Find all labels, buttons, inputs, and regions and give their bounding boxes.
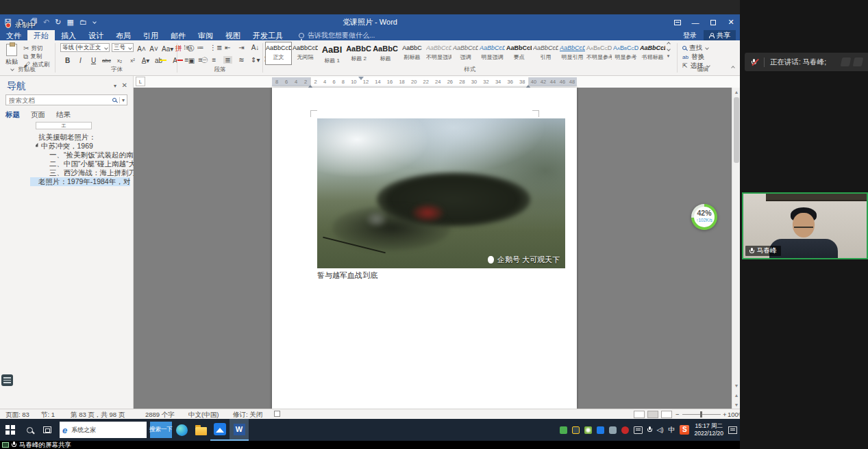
styles-up-icon[interactable] [667,42,671,46]
browser-search-input[interactable] [70,426,147,434]
tell-me-box[interactable]: 告诉我您想要做什么... [299,30,375,40]
file-explorer-icon[interactable] [191,419,210,441]
collapse-ribbon-icon[interactable] [731,61,734,73]
phone-tray-icon[interactable] [609,426,617,434]
align-left-icon[interactable]: ≡ [182,56,191,64]
nav-outline-item[interactable]: 一、“捡美剩饭”武装起的南越... [49,151,147,159]
snip-tray-icon[interactable] [572,426,580,434]
ribbon-tab[interactable]: 视图 [219,30,247,40]
align-right-icon[interactable]: ≡ [210,56,219,64]
style-item[interactable]: AaBbCcD 强调 [452,42,479,65]
ribbon-tab[interactable]: 文件 [0,30,27,40]
ime-indicator[interactable]: 中 [668,425,675,435]
first-line-indent-marker[interactable] [358,77,364,83]
styles-more-icon[interactable]: ▾ [667,53,670,59]
ribbon-display-options-icon[interactable] [669,14,686,30]
justify-icon[interactable]: ≣ [223,56,232,64]
style-item[interactable]: AaBbC 副标题 [399,42,425,65]
meeting-app-icon[interactable] [210,419,230,441]
style-item[interactable]: AaBbCcD 明显引用 [559,42,586,65]
search-icon[interactable] [112,98,116,102]
style-item[interactable]: AaBbCcD 引用 [532,42,559,65]
print-layout-icon[interactable] [647,411,658,418]
style-item[interactable]: AaBbCcD 明显强调 [479,42,506,65]
nav-outline-item[interactable]: 抗美援朝老照片： [38,133,96,142]
style-item[interactable]: AaBbCcD 书籍标题 [639,42,666,65]
scroll-thumb[interactable] [734,97,739,163]
decrease-indent-icon[interactable]: ⇤ [223,44,232,51]
zoom-in-icon[interactable]: + [723,411,727,418]
distribute-icon[interactable]: ≋ [237,56,246,64]
draw-table-icon[interactable]: ▦ [66,18,73,26]
share-button[interactable]: 共享 [704,30,736,40]
meeting-tray-icon[interactable] [597,426,604,434]
ribbon-tab[interactable]: 开发工具 [247,30,289,40]
antivirus-tray-icon[interactable] [584,426,592,434]
zoom-out-icon[interactable]: − [675,411,680,418]
line-spacing-icon[interactable]: ⇕▾ [251,56,260,64]
sort-icon[interactable]: A↓ [251,44,260,51]
strikethrough-button[interactable]: abc [102,57,111,64]
tab-selector[interactable]: L [136,77,145,86]
panel-arrow-left-icon[interactable] [841,57,852,66]
start-button[interactable] [0,419,21,441]
browser-search-box[interactable]: e [60,422,147,438]
zoom-slider-thumb[interactable] [700,411,702,418]
ribbon-tab[interactable]: 插入 [55,30,82,40]
taskbar-search-icon[interactable] [21,419,38,441]
style-item[interactable]: AaBbCcDc 无间隔 [292,42,319,65]
style-item[interactable]: AaBbCcDc 不明显参考 [586,42,612,65]
ribbon-tab[interactable]: 开始 [27,30,55,40]
nav-pane-menu-icon[interactable]: ▾ [114,83,116,89]
taskbar-clock[interactable]: 15:17 周二 2022/12/20 [694,422,723,437]
superscript-button[interactable]: x² [128,57,137,64]
change-case-icon[interactable]: Aa▾ [162,45,171,53]
styles-down-icon[interactable] [667,47,671,51]
document-photo[interactable]: 企鹅号 大可观天下 [317,118,565,268]
nav-search-input[interactable] [6,97,112,104]
minimize-button[interactable]: — [686,14,704,30]
style-item[interactable]: AaBbCcD 不明显强调 [425,42,452,65]
style-item[interactable]: AaBbC 标题 2 [345,42,372,65]
speed-ball[interactable]: 42% ↑102K/s [691,204,717,230]
text-effects-icon[interactable]: A̲▾ [141,57,150,64]
action-center-icon[interactable] [728,426,737,434]
web-layout-icon[interactable] [661,411,672,418]
nav-pane-close-icon[interactable]: ✕ [122,81,127,89]
increase-indent-icon[interactable]: ⇥ [237,44,246,51]
macro-record-icon[interactable] [274,411,280,417]
shrink-font-icon[interactable]: A˅ [149,45,158,53]
sogou-tray-icon[interactable]: S [680,425,689,435]
find-button[interactable]: 查找 [682,44,708,52]
nav-tab[interactable]: 标题 [5,110,20,120]
nav-tab[interactable]: 结果 [56,110,71,120]
document-page[interactable]: 企鹅号 大可观天下 誓与越军血战到底 [272,88,577,409]
participant-video[interactable]: 马春峰 [742,192,868,259]
numbering-icon[interactable]: ≔ [196,44,205,51]
bold-button[interactable]: B [63,57,72,64]
ribbon-tab[interactable]: 引用 [137,30,164,40]
folder-icon[interactable]: 🗀 [79,18,87,26]
close-button[interactable]: ✕ [722,14,740,30]
qat-customize-icon[interactable] [92,20,97,24]
subscript-button[interactable]: x₂ [115,57,124,64]
edge-taskbar-icon[interactable] [172,419,191,441]
undo-icon[interactable]: ↶ [43,18,49,26]
ribbon-tab[interactable]: 布局 [110,30,137,40]
nav-box-item[interactable]: 工 [36,122,92,129]
font-size-combo[interactable]: 三号 [112,43,134,52]
replace-button[interactable]: ab替换 [682,53,704,61]
style-item[interactable]: AaBbC 标题 [372,42,399,65]
search-options-icon[interactable]: ▾ [119,97,127,103]
italic-button[interactable]: I [76,57,85,64]
panel-arrow-right-icon[interactable] [853,57,864,66]
mic-tray-icon[interactable] [647,426,652,433]
redo-icon[interactable]: ↻ [55,18,61,26]
restore-button[interactable] [704,14,722,30]
underline-button[interactable]: U [89,57,98,64]
ribbon-tab[interactable]: 设计 [82,30,110,40]
nav-tab[interactable]: 页面 [31,110,45,120]
ribbon-tab[interactable]: 邮件 [164,30,192,40]
volume-tray-icon[interactable]: ◁) [657,426,664,433]
cut-button[interactable]: ✂剪切 [23,44,42,53]
